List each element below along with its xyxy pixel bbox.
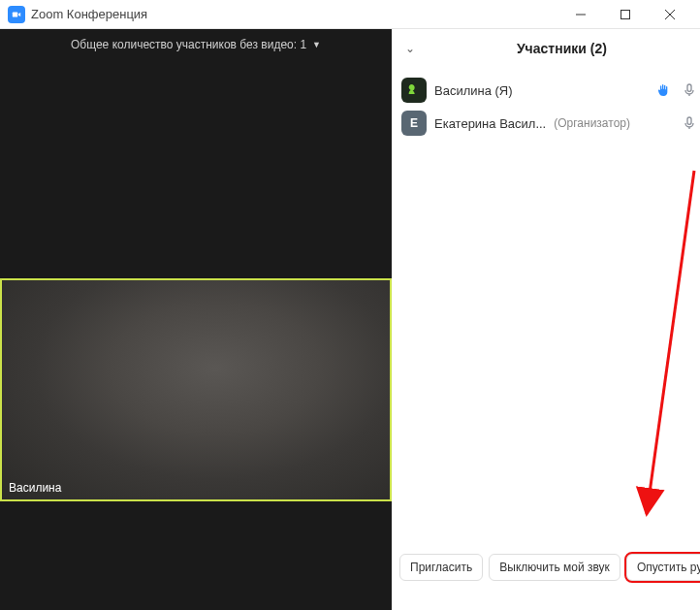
titlebar: Zoom Конференция: [0, 0, 700, 29]
collapse-panel-icon[interactable]: ⌄: [405, 42, 425, 55]
svg-rect-0: [13, 12, 17, 16]
svg-rect-2: [621, 10, 630, 18]
video-pane: Общее количество участников без видео: 1…: [0, 29, 392, 610]
video-tile-name: Василина: [6, 480, 64, 496]
avatar-letter: Е: [410, 116, 418, 130]
window-close-button[interactable]: [648, 0, 692, 29]
lower-hand-button[interactable]: Опустить руку: [626, 554, 700, 581]
avatar: [401, 78, 427, 103]
chevron-down-icon: ▼: [312, 40, 321, 49]
self-video-tile[interactable]: Василина: [0, 278, 392, 501]
no-video-participants-dropdown[interactable]: Общее количество участников без видео: 1…: [0, 29, 392, 52]
participant-name: Василина (Я): [434, 83, 513, 98]
window-maximize-button[interactable]: [603, 0, 648, 29]
avatar: Е: [401, 111, 427, 136]
mute-my-audio-button[interactable]: Выключить мой звук: [489, 554, 620, 581]
svg-rect-7: [687, 117, 691, 124]
svg-rect-5: [687, 84, 691, 91]
no-video-count-label: Общее количество участников без видео: 1: [71, 38, 306, 51]
participant-name: Екатерина Васил...: [434, 116, 546, 131]
microphone-icon: [682, 82, 697, 98]
zoom-app-icon: [8, 6, 25, 23]
participants-footer: Пригласить Выключить мой звук Опустить р…: [392, 544, 700, 610]
participant-role: (Организатор): [554, 116, 630, 130]
participants-panel: ⌄ Участники (2) Василина (Я): [392, 29, 700, 610]
invite-button[interactable]: Пригласить: [399, 554, 483, 581]
microphone-icon: [682, 115, 697, 131]
participant-row[interactable]: Е Екатерина Васил... (Организатор): [401, 107, 700, 140]
participant-row[interactable]: Василина (Я): [401, 74, 700, 107]
window-title: Zoom Конференция: [31, 7, 147, 21]
participants-header: Участники (2): [425, 41, 700, 56]
hand-raised-icon: [656, 82, 672, 98]
window-minimize-button[interactable]: [558, 0, 603, 29]
